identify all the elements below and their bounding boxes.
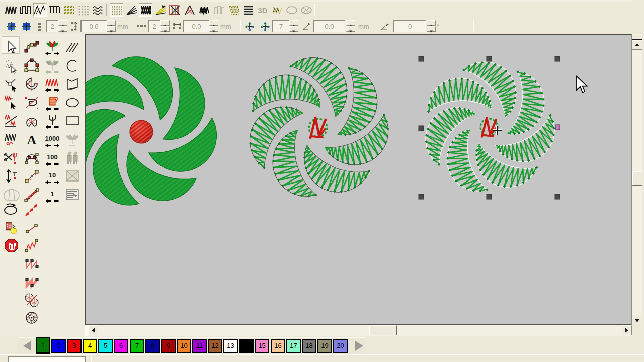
- svg-text:1000: 1000: [45, 135, 60, 142]
- svg-text:1: 1: [50, 190, 54, 198]
- svg-text:100: 100: [47, 153, 58, 161]
- svg-text:10: 10: [49, 171, 56, 179]
- svg-text:A: A: [27, 133, 37, 147]
- svg-text:3D: 3D: [258, 6, 267, 15]
